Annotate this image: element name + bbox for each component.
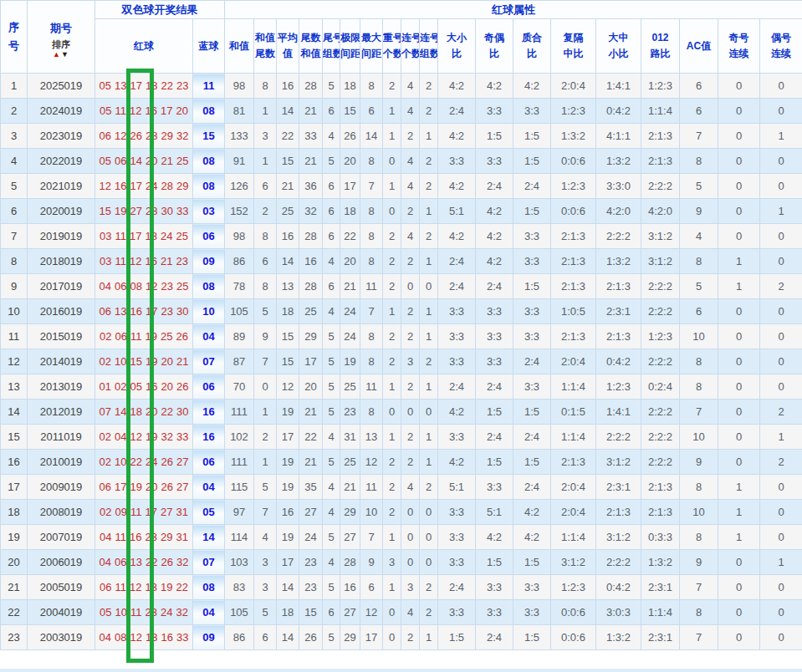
col-header-ac-value: AC值 [680, 19, 718, 74]
table-row: 11201501902061119252604899152952482213:3… [1, 324, 802, 349]
group-header-red-attrs: 红球属性 [225, 1, 802, 19]
red-ball: 10 [115, 456, 126, 468]
cell-route-012-ratio: 2:3:1 [641, 625, 680, 650]
cell-prime-composite-ratio: 3:3 [513, 575, 551, 600]
sort-asc-icon[interactable]: ▲ [53, 50, 61, 59]
sort-control[interactable]: 排序 ▲▼ [28, 39, 95, 59]
red-ball: 02 [100, 506, 111, 518]
red-ball: 33 [176, 205, 188, 217]
cell-fu-ge-zhong-ratio: 2:0:4 [551, 349, 596, 374]
cell-consecutive-groups: 0 [420, 550, 438, 575]
red-ball: 10 [115, 606, 127, 619]
col-header-even-run: 偶号连续 [760, 19, 802, 74]
red-ball: 22 [161, 79, 172, 92]
cell-fu-ge-zhong-ratio: 0:0:6 [551, 600, 596, 625]
red-ball: 12 [130, 631, 142, 644]
row-period: 2013019 [28, 374, 95, 400]
col-header-tail-sum: 尾数和值 [299, 19, 323, 74]
red-ball: 32 [176, 556, 188, 568]
cell-odd-run: 0 [718, 324, 760, 349]
table-row: 1720090190617192026270411551935421112425… [1, 475, 802, 500]
col-header-route-012-ratio: 012路比 [641, 19, 680, 74]
cell-da-zhong-xiao-ratio: 1:4:1 [596, 400, 641, 425]
cell-average: 15 [277, 324, 299, 349]
red-balls-group: 061226282932 [95, 124, 192, 148]
red-ball: 23 [146, 531, 157, 543]
row-period: 2018019 [28, 249, 95, 274]
cell-sum-tail: 7 [254, 349, 277, 374]
cell-repeat-count: 1 [383, 174, 401, 199]
cell-consecutive-groups: 0 [420, 274, 438, 299]
red-balls-cell: 071418202230 [95, 400, 193, 425]
cell-odd-run: 1 [718, 475, 760, 500]
sort-label[interactable]: 排序 [28, 39, 95, 50]
cell-odd-even-ratio: 3:3 [476, 149, 513, 174]
red-balls-group: 051011232432 [95, 600, 192, 624]
row-period: 2004019 [28, 600, 95, 625]
row-seq: 15 [1, 425, 28, 450]
cell-tail-groups: 5 [323, 450, 340, 475]
red-ball: 26 [161, 456, 172, 468]
red-ball: 15 [130, 355, 142, 368]
red-ball: 08 [130, 280, 142, 293]
row-seq: 10 [1, 299, 28, 324]
cell-ac-value: 7 [680, 124, 718, 149]
cell-tail-groups: 6 [323, 274, 340, 299]
red-ball: 28 [146, 205, 157, 217]
cell-sum: 114 [225, 525, 254, 550]
red-ball: 17 [146, 506, 157, 518]
cell-average: 13 [277, 274, 299, 299]
cell-repeat-count: 2 [383, 500, 401, 525]
cell-even-run: 2 [760, 400, 802, 425]
cell-prime-composite-ratio: 3:3 [513, 299, 551, 324]
red-balls-cell: 051317182223 [95, 74, 193, 99]
cell-da-zhong-xiao-ratio: 3:3:0 [596, 174, 641, 199]
cell-odd-run: 0 [718, 425, 760, 450]
cell-odd-even-ratio: 3:3 [476, 600, 513, 625]
cell-consecutive-count: 0 [401, 274, 420, 299]
cell-repeat-count: 1 [383, 425, 401, 450]
cell-big-small-ratio: 2:4 [438, 249, 476, 274]
cell-consecutive-count: 2 [401, 299, 420, 324]
cell-odd-even-ratio: 2:4 [476, 274, 513, 299]
sort-desc-icon[interactable]: ▼ [61, 50, 69, 59]
row-period: 2020019 [28, 199, 95, 224]
row-period: 2008019 [28, 500, 95, 525]
cell-consecutive-count: 4 [401, 475, 420, 500]
col-header-prime-composite-ratio: 质合比 [513, 19, 551, 74]
cell-max-gap: 6 [360, 575, 383, 600]
blue-ball-cell: 07 [193, 550, 225, 575]
cell-odd-run: 0 [718, 550, 760, 575]
red-ball: 19 [115, 205, 126, 217]
cell-repeat-count: 0 [383, 149, 401, 174]
red-ball: 21 [176, 355, 188, 368]
row-seq: 8 [1, 249, 28, 274]
cell-ac-value: 4 [680, 224, 718, 249]
blue-ball-cell: 14 [193, 525, 225, 550]
red-balls-group: 041116232931 [95, 525, 192, 549]
cell-consecutive-count: 2 [401, 124, 420, 149]
red-ball: 12 [115, 130, 126, 142]
cell-fu-ge-zhong-ratio: 2:1:3 [551, 450, 596, 475]
cell-fu-ge-zhong-ratio: 0:0:6 [551, 625, 596, 650]
cell-fu-ge-zhong-ratio: 2:1:3 [551, 249, 596, 274]
cell-consecutive-groups: 2 [420, 575, 438, 600]
cell-average: 14 [277, 99, 299, 124]
cell-route-012-ratio: 3:1:2 [641, 224, 680, 249]
red-ball: 30 [161, 205, 172, 217]
red-balls-cell: 021015192021 [95, 349, 193, 374]
red-ball: 17 [130, 230, 141, 242]
cell-route-012-ratio: 2:2:2 [641, 299, 680, 324]
cell-da-zhong-xiao-ratio: 2:3:1 [596, 475, 641, 500]
cell-max-gap: 17 [360, 625, 383, 650]
cell-route-012-ratio: 2:3:1 [641, 575, 680, 600]
red-ball: 11 [130, 506, 142, 518]
row-period: 2017019 [28, 274, 95, 299]
cell-consecutive-groups: 0 [420, 400, 438, 425]
cell-repeat-count: 2 [383, 324, 401, 349]
cell-consecutive-count: 4 [401, 600, 420, 625]
cell-max-gap: 8 [360, 400, 383, 425]
cell-sum-tail: 5 [254, 475, 277, 500]
cell-ac-value: 5 [680, 274, 718, 299]
cell-max-gap: 13 [360, 425, 383, 450]
